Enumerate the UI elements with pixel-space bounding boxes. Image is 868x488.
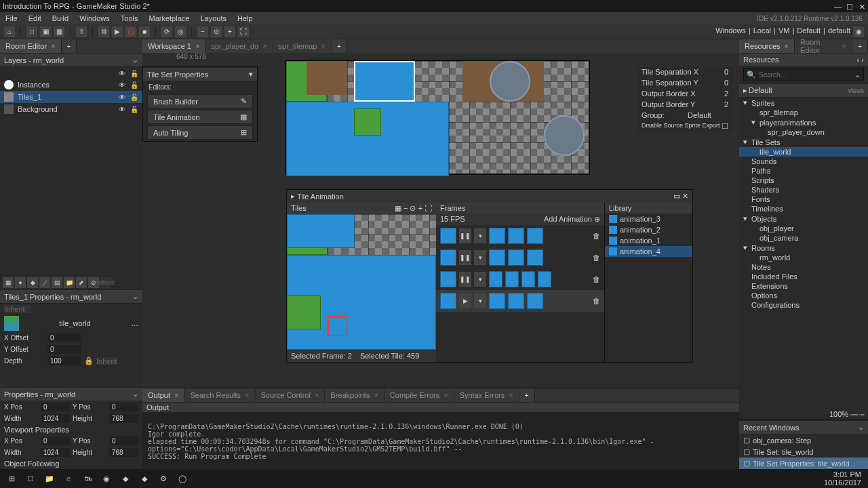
viewport-header[interactable]: Viewport Properties [4,426,69,434]
zoom-out-icon[interactable]: − [197,26,208,37]
tree-node[interactable]: ▾Tile Sets [739,137,868,147]
tile-sep-y[interactable]: 0 [724,79,728,87]
edge-icon[interactable]: e [60,471,77,486]
recent-item-3[interactable]: ▢Tile Set Properties: tile_world [739,458,868,469]
config-name[interactable]: default [828,26,850,37]
tab-room-editor[interactable]: Room Editor× [0,39,62,53]
chevron-down-icon[interactable]: ⌄ [132,56,138,64]
add-instance-icon[interactable]: ● [15,277,26,288]
layers-header[interactable]: Layers - rm_world⌄ [0,53,142,67]
tree-node[interactable]: ▾Rooms [739,243,868,253]
tiles-props-header[interactable]: Tiles_1 Properties - rm_world⌄ [0,289,142,304]
target-local[interactable]: Local [753,26,771,37]
menu-file[interactable]: File [5,14,18,22]
tab-add[interactable]: + [519,388,535,402]
folder-icon[interactable]: 📁 [64,277,75,288]
build-icon[interactable]: ⚙ [98,26,109,37]
menu-windows[interactable]: Windows [79,14,110,22]
taskview-icon[interactable]: ☐ [22,471,39,486]
tree-node[interactable]: Fonts [739,195,868,204]
resource-tree[interactable]: ▾Spritesspr_tilemap▾playeranimationsspr_… [739,98,868,409]
tree-node[interactable]: ▾Objects [739,214,868,224]
debug-icon[interactable]: 🐞 [125,26,136,37]
tab-compile-errors[interactable]: Compile Errors× [384,388,454,402]
layer-instances[interactable]: 👁🔓 [0,68,142,79]
close-icon[interactable]: ✕ [682,192,688,201]
tab-extra-1[interactable]: spr_player_do× [205,39,273,53]
lib-anim-3[interactable]: animation_3 [605,214,692,224]
recent-item-2[interactable]: ▢Tile Set: tile_world [739,446,868,458]
pause-icon[interactable]: ❚❚ [459,228,471,243]
target-icon[interactable]: ◎ [175,26,186,37]
tab-add[interactable]: + [332,39,347,53]
views-button[interactable]: Views [848,87,864,94]
x-offset-field[interactable]: 0 [47,333,81,342]
delete-icon[interactable]: 🗑 [593,253,600,262]
tree-node[interactable]: spr_tilemap [739,108,868,117]
default-node[interactable]: Default [749,86,772,94]
search-input[interactable] [759,71,852,79]
tile-animation-button[interactable]: Tile Animation▦ [147,110,253,124]
stop-icon[interactable]: ■ [139,26,150,37]
add-tile-icon[interactable]: ◆ [27,277,38,288]
lib-anim-4[interactable]: animation_4 [605,246,692,257]
object-following-label[interactable]: Object Following [4,460,59,468]
zoom-in-icon[interactable]: + [418,204,422,212]
zoom-in-icon[interactable]: + [224,26,235,37]
tab-syntax-errors[interactable]: Syntax Errors× [454,388,519,402]
output-log[interactable]: C:\ProgramData\GameMakerStudio2\Cache\ru… [142,413,739,463]
store-icon[interactable]: 🛍 [79,471,96,486]
tree-node[interactable]: rm_world [739,253,868,262]
delete-icon[interactable]: 🗑 [593,275,600,283]
lock-icon[interactable]: 🔓 [130,70,138,77]
tree-node[interactable]: Extensions [739,281,868,291]
plus-icon[interactable]: ⊕ [594,215,600,223]
new-icon[interactable]: □ [26,26,37,37]
chevron-down-icon[interactable]: ⌄ [854,70,861,79]
tree-node[interactable]: ▾playeranimations [739,117,868,127]
expand-icon[interactable]: ⛶ [238,26,249,37]
next-icon[interactable]: › [861,56,864,64]
recent-item-1[interactable]: ▢obj_camera: Step [739,434,868,446]
lib-anim-2[interactable]: animation_2 [605,224,692,235]
brush-builder-button[interactable]: Brush Builder✎ [147,94,253,108]
zoom-label[interactable]: 100% [829,410,848,418]
lib-anim-1[interactable]: animation_1 [605,235,692,246]
tile-selector[interactable]: tile_world … [0,314,142,332]
depth-field[interactable]: 100 [47,357,81,365]
tab-room-editor-r[interactable]: Room Editor× [795,39,852,53]
add-animation-button[interactable]: Add Animation [544,215,592,223]
eye-icon[interactable]: 👁 [118,70,126,77]
system-clock[interactable]: 3:01 PM10/16/2017 [824,470,865,487]
auto-tiling-button[interactable]: Auto Tiling⊞ [147,125,253,140]
start-icon[interactable]: ⊞ [3,471,20,486]
config-default[interactable]: Default [797,26,821,37]
export-icon[interactable]: ⇪ [76,26,87,37]
zoom-reset-icon[interactable]: ⊙ [211,26,222,37]
tab-source-control[interactable]: Source Control× [256,388,326,402]
tab-extra-2[interactable]: spr_tilemap× [273,39,332,53]
menu-marketplace[interactable]: Marketplace [149,14,189,22]
tree-node[interactable]: Sounds [739,157,868,166]
tree-node[interactable]: Shaders [739,185,868,195]
tree-node[interactable]: obj_player [739,224,868,233]
fullscreen-icon[interactable]: ⛶ [425,204,432,212]
restore-icon[interactable]: ▭ [673,192,680,201]
tree-node[interactable]: ▾Sprites [739,98,868,108]
resource-search[interactable]: 🔍⌄ [743,68,864,81]
tree-node[interactable]: Timelines [739,204,868,214]
tree-node[interactable]: Configurations [739,300,868,310]
menu-layouts[interactable]: Layouts [200,14,226,22]
tab-output[interactable]: Output× [142,388,184,402]
tree-node[interactable]: Paths [739,166,868,176]
add-bg-icon[interactable]: ▦ [3,277,14,288]
delete-icon[interactable]: 🗑 [593,232,600,240]
tileset-canvas[interactable] [285,60,590,175]
inherit-icon[interactable]: ⬈ [76,277,87,288]
target-vm[interactable]: VM [778,26,790,37]
dropdown-icon[interactable]: ▾ [474,228,486,243]
lock-icon[interactable]: 🔒 [84,357,94,365]
tree-node[interactable]: Notes [739,262,868,272]
y-offset-field[interactable]: 0 [47,345,81,354]
close-icon[interactable]: × [51,42,55,50]
